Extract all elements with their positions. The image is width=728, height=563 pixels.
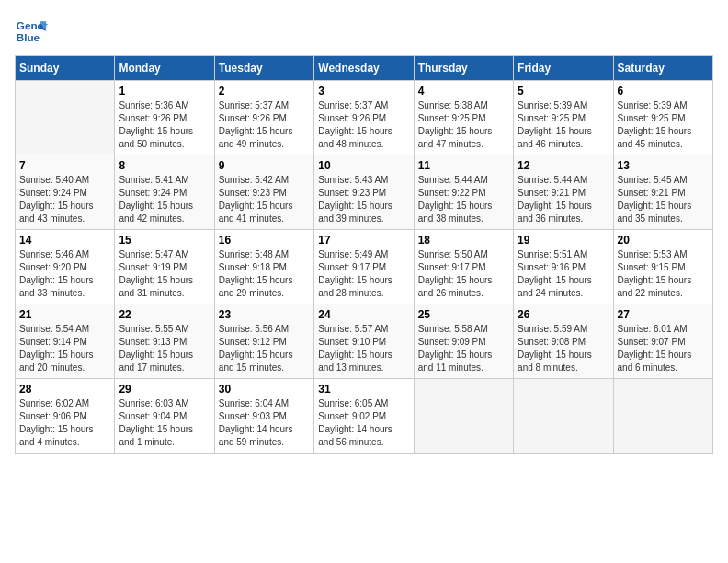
cell-sun-info: Sunrise: 5:43 AM Sunset: 9:23 PM Dayligh…: [318, 174, 409, 225]
day-number: 22: [119, 308, 210, 321]
calendar-table: SundayMondayTuesdayWednesdayThursdayFrid…: [15, 55, 713, 454]
calendar-cell: 19Sunrise: 5:51 AM Sunset: 9:16 PM Dayli…: [514, 230, 613, 304]
calendar-cell: 12Sunrise: 5:44 AM Sunset: 9:21 PM Dayli…: [514, 155, 613, 230]
calendar-cell: 10Sunrise: 5:43 AM Sunset: 9:23 PM Dayli…: [314, 155, 414, 230]
calendar-cell: [613, 379, 712, 454]
cell-sun-info: Sunrise: 5:54 AM Sunset: 9:14 PM Dayligh…: [19, 323, 110, 374]
cell-sun-info: Sunrise: 5:53 AM Sunset: 9:15 PM Dayligh…: [618, 248, 709, 300]
cell-sun-info: Sunrise: 5:47 AM Sunset: 9:19 PM Dayligh…: [119, 248, 210, 300]
day-number: 5: [518, 85, 609, 98]
cell-sun-info: Sunrise: 5:37 AM Sunset: 9:26 PM Dayligh…: [318, 99, 409, 151]
day-number: 14: [19, 234, 110, 247]
calendar-cell: 25Sunrise: 5:58 AM Sunset: 9:09 PM Dayli…: [414, 304, 513, 379]
calendar-cell: 30Sunrise: 6:04 AM Sunset: 9:03 PM Dayli…: [214, 379, 313, 454]
calendar-cell: 24Sunrise: 5:57 AM Sunset: 9:10 PM Dayli…: [314, 304, 414, 379]
cell-sun-info: Sunrise: 5:58 AM Sunset: 9:09 PM Dayligh…: [418, 323, 509, 374]
day-number: 17: [318, 234, 409, 247]
cell-sun-info: Sunrise: 5:59 AM Sunset: 9:08 PM Dayligh…: [518, 323, 609, 374]
calendar-cell: [16, 81, 115, 155]
cell-sun-info: Sunrise: 5:57 AM Sunset: 9:10 PM Dayligh…: [318, 323, 409, 374]
calendar-cell: 17Sunrise: 5:49 AM Sunset: 9:17 PM Dayli…: [314, 230, 414, 304]
day-number: 27: [618, 308, 709, 321]
calendar-week-row: 21Sunrise: 5:54 AM Sunset: 9:14 PM Dayli…: [16, 304, 713, 379]
day-number: 10: [318, 159, 409, 172]
calendar-cell: 27Sunrise: 6:01 AM Sunset: 9:07 PM Dayli…: [613, 304, 712, 379]
day-number: 28: [19, 383, 110, 396]
calendar-cell: 4Sunrise: 5:38 AM Sunset: 9:25 PM Daylig…: [414, 81, 513, 155]
calendar-cell: [514, 379, 613, 454]
cell-sun-info: Sunrise: 5:50 AM Sunset: 9:17 PM Dayligh…: [418, 248, 509, 300]
cell-sun-info: Sunrise: 5:38 AM Sunset: 9:25 PM Dayligh…: [418, 99, 509, 151]
day-number: 31: [318, 383, 409, 396]
cell-sun-info: Sunrise: 5:51 AM Sunset: 9:16 PM Dayligh…: [518, 248, 609, 300]
day-number: 12: [518, 159, 609, 172]
cell-sun-info: Sunrise: 5:48 AM Sunset: 9:18 PM Dayligh…: [219, 248, 310, 300]
calendar-cell: 23Sunrise: 5:56 AM Sunset: 9:12 PM Dayli…: [214, 304, 313, 379]
day-of-week-header: Friday: [514, 56, 613, 81]
cell-sun-info: Sunrise: 5:41 AM Sunset: 9:24 PM Dayligh…: [119, 174, 210, 225]
calendar-cell: 3Sunrise: 5:37 AM Sunset: 9:26 PM Daylig…: [314, 81, 414, 155]
calendar-cell: 16Sunrise: 5:48 AM Sunset: 9:18 PM Dayli…: [214, 230, 313, 304]
calendar-cell: 5Sunrise: 5:39 AM Sunset: 9:25 PM Daylig…: [514, 81, 613, 155]
cell-sun-info: Sunrise: 5:55 AM Sunset: 9:13 PM Dayligh…: [119, 323, 210, 374]
cell-sun-info: Sunrise: 5:49 AM Sunset: 9:17 PM Dayligh…: [318, 248, 409, 300]
calendar-cell: 9Sunrise: 5:42 AM Sunset: 9:23 PM Daylig…: [214, 155, 313, 230]
calendar-cell: 20Sunrise: 5:53 AM Sunset: 9:15 PM Dayli…: [613, 230, 712, 304]
day-number: 4: [418, 85, 509, 98]
calendar-cell: 31Sunrise: 6:05 AM Sunset: 9:02 PM Dayli…: [314, 379, 414, 454]
calendar-header-row: SundayMondayTuesdayWednesdayThursdayFrid…: [16, 56, 713, 81]
calendar-cell: 22Sunrise: 5:55 AM Sunset: 9:13 PM Dayli…: [115, 304, 214, 379]
calendar-cell: 11Sunrise: 5:44 AM Sunset: 9:22 PM Dayli…: [414, 155, 513, 230]
calendar-cell: 26Sunrise: 5:59 AM Sunset: 9:08 PM Dayli…: [514, 304, 613, 379]
calendar-cell: 15Sunrise: 5:47 AM Sunset: 9:19 PM Dayli…: [115, 230, 214, 304]
day-of-week-header: Wednesday: [314, 56, 414, 81]
day-number: 26: [518, 308, 609, 321]
calendar-cell: 8Sunrise: 5:41 AM Sunset: 9:24 PM Daylig…: [115, 155, 214, 230]
calendar-week-row: 28Sunrise: 6:02 AM Sunset: 9:06 PM Dayli…: [16, 379, 713, 454]
day-number: 2: [219, 85, 310, 98]
calendar-cell: 18Sunrise: 5:50 AM Sunset: 9:17 PM Dayli…: [414, 230, 513, 304]
logo: General Blue: [15, 15, 48, 48]
calendar-cell: 1Sunrise: 5:36 AM Sunset: 9:26 PM Daylig…: [115, 81, 214, 155]
day-of-week-header: Monday: [115, 56, 214, 81]
day-of-week-header: Sunday: [16, 56, 115, 81]
cell-sun-info: Sunrise: 6:04 AM Sunset: 9:03 PM Dayligh…: [219, 397, 310, 449]
day-number: 20: [618, 234, 709, 247]
day-of-week-header: Saturday: [613, 56, 712, 81]
day-of-week-header: Thursday: [414, 56, 513, 81]
day-number: 6: [618, 85, 709, 98]
calendar-cell: 21Sunrise: 5:54 AM Sunset: 9:14 PM Dayli…: [16, 304, 115, 379]
cell-sun-info: Sunrise: 5:42 AM Sunset: 9:23 PM Dayligh…: [219, 174, 310, 225]
day-number: 19: [518, 234, 609, 247]
calendar-cell: 2Sunrise: 5:37 AM Sunset: 9:26 PM Daylig…: [214, 81, 313, 155]
day-number: 13: [618, 159, 709, 172]
day-number: 7: [19, 159, 110, 172]
calendar-cell: 7Sunrise: 5:40 AM Sunset: 9:24 PM Daylig…: [16, 155, 115, 230]
day-number: 16: [219, 234, 310, 247]
svg-text:Blue: Blue: [17, 31, 40, 43]
calendar-cell: 28Sunrise: 6:02 AM Sunset: 9:06 PM Dayli…: [16, 379, 115, 454]
page-header: General Blue: [15, 15, 713, 48]
day-number: 24: [318, 308, 409, 321]
cell-sun-info: Sunrise: 6:03 AM Sunset: 9:04 PM Dayligh…: [119, 397, 210, 449]
cell-sun-info: Sunrise: 5:37 AM Sunset: 9:26 PM Dayligh…: [219, 99, 310, 151]
calendar-cell: 29Sunrise: 6:03 AM Sunset: 9:04 PM Dayli…: [115, 379, 214, 454]
day-number: 18: [418, 234, 509, 247]
day-number: 9: [219, 159, 310, 172]
day-number: 21: [19, 308, 110, 321]
cell-sun-info: Sunrise: 6:05 AM Sunset: 9:02 PM Dayligh…: [318, 397, 409, 449]
day-number: 1: [119, 85, 210, 98]
cell-sun-info: Sunrise: 5:46 AM Sunset: 9:20 PM Dayligh…: [19, 248, 110, 300]
day-number: 30: [219, 383, 310, 396]
logo-icon: General Blue: [15, 15, 48, 48]
calendar-week-row: 7Sunrise: 5:40 AM Sunset: 9:24 PM Daylig…: [16, 155, 713, 230]
calendar-cell: 13Sunrise: 5:45 AM Sunset: 9:21 PM Dayli…: [613, 155, 712, 230]
day-of-week-header: Tuesday: [214, 56, 313, 81]
day-number: 11: [418, 159, 509, 172]
day-number: 3: [318, 85, 409, 98]
day-number: 29: [119, 383, 210, 396]
calendar-body: 1Sunrise: 5:36 AM Sunset: 9:26 PM Daylig…: [16, 81, 713, 454]
calendar-cell: 14Sunrise: 5:46 AM Sunset: 9:20 PM Dayli…: [16, 230, 115, 304]
calendar-week-row: 14Sunrise: 5:46 AM Sunset: 9:20 PM Dayli…: [16, 230, 713, 304]
cell-sun-info: Sunrise: 6:01 AM Sunset: 9:07 PM Dayligh…: [618, 323, 709, 374]
